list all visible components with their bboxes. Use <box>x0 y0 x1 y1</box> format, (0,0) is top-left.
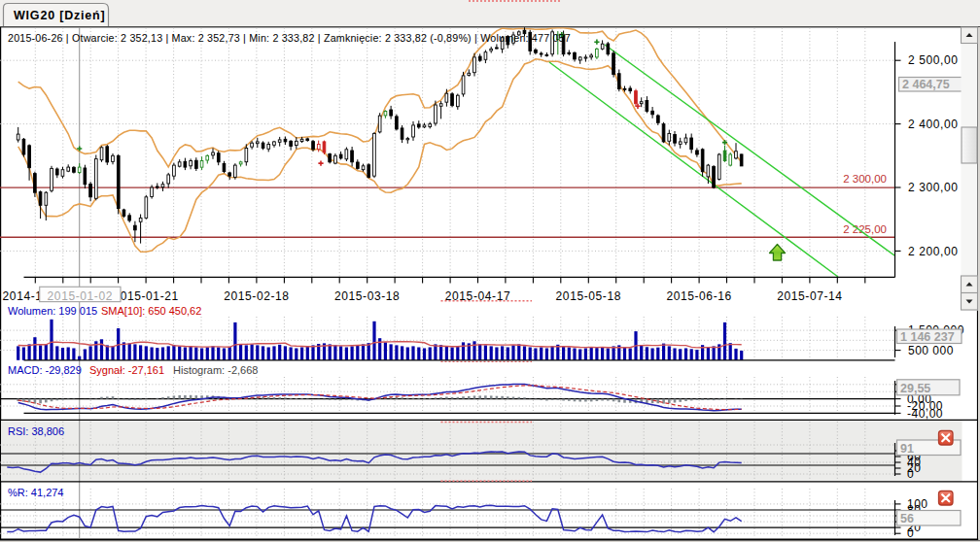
svg-text:RSI: 38,806: RSI: 38,806 <box>8 425 64 437</box>
svg-text:2015-06-26 | Otwarcie: 2 352,1: 2015-06-26 | Otwarcie: 2 352,13 | Max: 2… <box>8 32 571 44</box>
svg-text:Wolumen: 199 015: Wolumen: 199 015 <box>8 305 97 317</box>
svg-text:2015-05-18: 2015-05-18 <box>556 289 621 303</box>
svg-text:2015-07-14: 2015-07-14 <box>777 289 842 303</box>
svg-text:SMA[10]: 650 450,62: SMA[10]: 650 450,62 <box>101 305 201 317</box>
svg-text:2015-03-18: 2015-03-18 <box>334 289 400 303</box>
svg-text:%R: 41,274: %R: 41,274 <box>8 487 63 498</box>
svg-text:2 400,00: 2 400,00 <box>908 118 959 131</box>
svg-text:-40,00: -40,00 <box>907 407 943 421</box>
svg-text:56: 56 <box>900 512 914 525</box>
svg-text:91: 91 <box>900 442 914 456</box>
svg-text:2015-02-18: 2015-02-18 <box>224 289 289 303</box>
svg-text:2 300,00: 2 300,00 <box>843 173 887 185</box>
svg-text:2 200,00: 2 200,00 <box>908 245 959 258</box>
svg-text:2015-01-02: 2015-01-02 <box>48 289 113 303</box>
svg-text:2 464,75: 2 464,75 <box>902 78 950 91</box>
svg-text:2 500,00: 2 500,00 <box>908 53 959 67</box>
svg-text:Histogram: -2,668: Histogram: -2,668 <box>173 364 258 376</box>
svg-text:2015-01-21: 2015-01-21 <box>113 289 178 303</box>
svg-text:0: 0 <box>907 526 914 540</box>
svg-text:2 300,00: 2 300,00 <box>908 181 959 194</box>
svg-text:500 000: 500 000 <box>908 344 954 357</box>
svg-text:29,55: 29,55 <box>900 382 930 395</box>
svg-text:1 146 237: 1 146 237 <box>900 330 955 344</box>
svg-text:MACD: -29,829: MACD: -29,829 <box>8 364 82 376</box>
svg-text:0: 0 <box>907 467 914 481</box>
svg-text:Sygnał: -27,161: Sygnał: -27,161 <box>89 364 164 376</box>
svg-text:2015-06-16: 2015-06-16 <box>666 289 731 303</box>
svg-text:WIG20 [Dzień]: WIG20 [Dzień] <box>14 9 105 22</box>
